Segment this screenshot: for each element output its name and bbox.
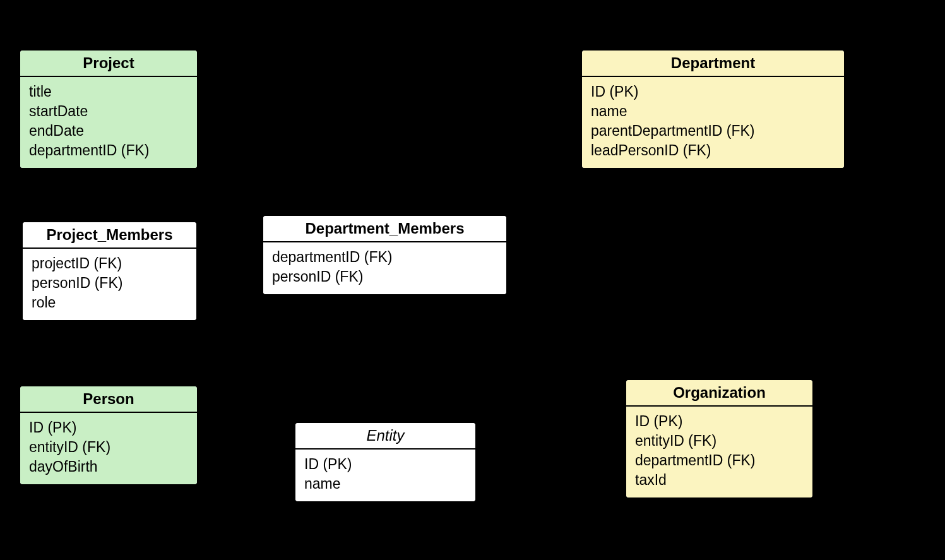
attr-organization-taxid: taxId	[635, 470, 804, 490]
entity-person-title: Person	[20, 386, 197, 413]
entity-entity-attrs: ID (PK) name	[295, 450, 475, 501]
entity-organization-title: Organization	[626, 380, 812, 407]
attr-person-id: ID (PK)	[29, 418, 188, 438]
entity-person: Person ID (PK) entityID (FK) dayOfBirth	[19, 385, 198, 486]
attr-person-entityid: entityID (FK)	[29, 438, 188, 457]
entity-department-members-attrs: departmentID (FK) personID (FK)	[263, 242, 506, 294]
entity-project-members-title: Project_Members	[23, 222, 196, 249]
entity-organization-attrs: ID (PK) entityID (FK) departmentID (FK) …	[626, 407, 812, 497]
attr-deptmembers-departmentid: departmentID (FK)	[272, 247, 497, 267]
er-diagram-canvas: Project title startDate endDate departme…	[0, 0, 945, 560]
entity-project-title: Project	[20, 51, 197, 77]
attr-projectmembers-role: role	[32, 293, 187, 313]
entity-project-members: Project_Members projectID (FK) personID …	[21, 221, 198, 321]
attr-department-id: ID (PK)	[591, 82, 835, 102]
attr-department-leadpersonid: leadPersonID (FK)	[591, 141, 835, 160]
entity-department-members: Department_Members departmentID (FK) per…	[262, 215, 508, 295]
entity-project-attrs: title startDate endDate departmentID (FK…	[20, 77, 197, 168]
entity-department-title: Department	[582, 51, 844, 77]
entity-entity-title: Entity	[295, 423, 475, 450]
entity-organization: Organization ID (PK) entityID (FK) depar…	[625, 379, 814, 499]
entity-department-members-title: Department_Members	[263, 216, 506, 242]
attr-organization-departmentid: departmentID (FK)	[635, 451, 804, 470]
entity-project: Project title startDate endDate departme…	[19, 49, 198, 169]
entity-entity: Entity ID (PK) name	[294, 422, 477, 503]
attr-person-dayofbirth: dayOfBirth	[29, 457, 188, 477]
attr-organization-id: ID (PK)	[635, 412, 804, 431]
entity-project-members-attrs: projectID (FK) personID (FK) role	[23, 249, 196, 320]
attr-project-title: title	[29, 82, 188, 102]
attr-entity-name: name	[304, 474, 467, 494]
attr-department-parentdepartmentid: parentDepartmentID (FK)	[591, 121, 835, 141]
attr-project-startdate: startDate	[29, 102, 188, 121]
attr-projectmembers-personid: personID (FK)	[32, 273, 187, 293]
entity-person-attrs: ID (PK) entityID (FK) dayOfBirth	[20, 413, 197, 484]
attr-projectmembers-projectid: projectID (FK)	[32, 254, 187, 273]
attr-organization-entityid: entityID (FK)	[635, 431, 804, 451]
entity-department-attrs: ID (PK) name parentDepartmentID (FK) lea…	[582, 77, 844, 168]
attr-deptmembers-personid: personID (FK)	[272, 267, 497, 287]
attr-project-departmentid: departmentID (FK)	[29, 141, 188, 160]
attr-project-enddate: endDate	[29, 121, 188, 141]
attr-entity-id: ID (PK)	[304, 455, 467, 474]
entity-department: Department ID (PK) name parentDepartment…	[581, 49, 845, 169]
attr-department-name: name	[591, 102, 835, 121]
